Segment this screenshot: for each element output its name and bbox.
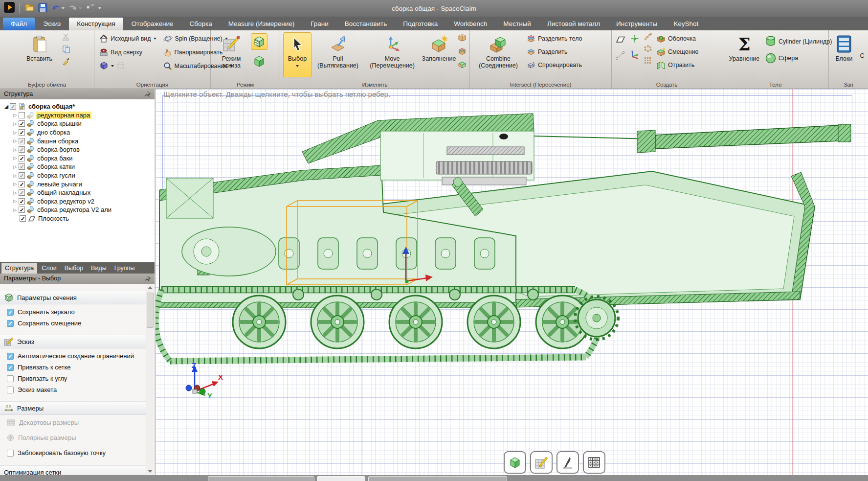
modify-tool-icon[interactable] <box>85 3 95 14</box>
checkbox[interactable]: ✓ <box>7 364 14 371</box>
panel-tab-views[interactable]: Виды <box>88 263 110 274</box>
option-snap-grid[interactable]: ✓ Привязать к сетке <box>0 362 146 373</box>
option-lock-base-point[interactable]: ✓ Заблокировать базовую точку <box>0 447 146 458</box>
top-view-button[interactable]: Вид сверху <box>99 46 156 59</box>
checkbox[interactable]: ✓ <box>7 450 14 457</box>
tree-item[interactable]: ▷ ✓ сборка редуктора V2 али <box>0 206 155 214</box>
blocks-button[interactable]: Блоки <box>833 32 855 74</box>
tree-item[interactable]: ▷ ✓ редукторная пара <box>0 111 155 120</box>
line-tool-icon[interactable] <box>616 51 625 62</box>
tab-measure[interactable]: Measure (Измерение) <box>221 18 302 30</box>
visibility-checkbox[interactable]: ✓ <box>19 155 25 161</box>
visibility-checkbox[interactable]: ✓ <box>10 103 16 110</box>
select-dropdown-icon[interactable] <box>296 65 299 67</box>
visibility-checkbox[interactable]: ✓ <box>19 189 25 196</box>
sphere-button[interactable]: Сфера <box>765 52 832 65</box>
tree-item-label[interactable]: дно сборка <box>36 129 71 136</box>
checkbox[interactable]: ✓ <box>7 320 14 327</box>
option-snap-angle[interactable]: ✓ Привязать к углу <box>0 373 146 384</box>
plane-tool-icon[interactable] <box>616 35 625 46</box>
tree-item-label[interactable]: сборка общая* <box>27 103 76 110</box>
document-tab[interactable] <box>208 476 314 481</box>
expander-icon[interactable]: ▷ <box>12 199 19 204</box>
select-button[interactable]: Выбор <box>283 32 312 77</box>
tab-detail[interactable]: Местный <box>495 18 539 30</box>
model-viewport[interactable]: Щелкните объект. Дважды щелкните, чтобы … <box>156 89 868 476</box>
tab-sketch[interactable]: Эскиз <box>35 18 68 30</box>
tree-item-label[interactable]: Плоскость <box>37 215 70 222</box>
pattern-linear-icon[interactable] <box>644 33 652 42</box>
visibility-checkbox[interactable]: ✓ <box>19 146 25 153</box>
move-button[interactable]: Move (Перемещение) <box>364 32 420 74</box>
tree-item[interactable]: ▷ ✓ сборка бортов <box>0 145 155 154</box>
tab-file[interactable]: Файл <box>3 18 35 30</box>
visibility-checkbox[interactable]: ✓ <box>19 172 25 179</box>
option-keep-mirror[interactable]: ✓ Сохранить зеркало <box>0 306 146 318</box>
expander-icon[interactable]: ▷ <box>12 207 19 212</box>
checkbox[interactable]: ✓ <box>7 353 14 360</box>
paste-button[interactable]: Вставить <box>23 32 55 74</box>
stack-bodies-icon[interactable] <box>458 47 467 57</box>
expander-icon[interactable]: ▷ <box>12 138 19 143</box>
mirror-button[interactable]: Отразить <box>656 59 699 71</box>
tree-item[interactable]: ✓ Плоскость <box>0 214 155 223</box>
copy-icon[interactable] <box>62 46 70 55</box>
tab-keyshot[interactable]: KeyShot <box>666 18 706 30</box>
scrollbar-thumb[interactable] <box>147 293 154 328</box>
tab-sheet-metal[interactable]: Листовой металл <box>539 18 608 30</box>
tree-item[interactable]: ▷ ✓ башня сборка <box>0 137 155 145</box>
pull-button[interactable]: Pull (Вытягивание) <box>313 32 362 74</box>
tab-prepare[interactable]: Подготовка <box>395 18 445 30</box>
visibility-checkbox[interactable]: ✓ <box>19 206 25 213</box>
tree-item[interactable]: ▷ ✓ дно сборка <box>0 128 155 137</box>
tab-tools[interactable]: Инструменты <box>608 18 665 30</box>
pattern-circular-icon[interactable] <box>644 45 652 54</box>
point-tool-icon[interactable] <box>630 34 640 45</box>
expander-icon[interactable]: ▷ <box>12 147 19 152</box>
tree-item-label[interactable]: сборка редуктор v2 <box>36 198 96 205</box>
cube-dropdown-icon[interactable] <box>111 65 114 67</box>
snapshot-icon[interactable] <box>116 62 125 71</box>
expander-icon[interactable]: ▷ <box>12 113 19 117</box>
checkbox[interactable]: ✓ <box>7 387 14 393</box>
tab-workbench[interactable]: Workbench <box>446 18 495 30</box>
shell-button[interactable]: Оболочка <box>656 32 699 45</box>
document-tab[interactable] <box>368 476 507 481</box>
solid-view-button[interactable] <box>504 451 526 474</box>
scroll-down-icon[interactable] <box>148 470 153 473</box>
panel-tab-structure[interactable]: Структура <box>1 263 37 274</box>
cut-icon[interactable] <box>62 33 70 43</box>
project-button[interactable]: Спроецировать <box>527 59 582 71</box>
spaceclaim-logo-button[interactable] <box>4 2 15 15</box>
tree-item[interactable]: ▷ ✓ сборка крышки <box>0 119 155 128</box>
tree-item[interactable]: ▷ ✓ сборка редуктор v2 <box>0 197 155 206</box>
cylinder-button[interactable]: Cylinder (Цилиндр) <box>765 35 832 48</box>
option-auto-constraints[interactable]: ✓ Автоматическое создание ограничений <box>0 350 146 362</box>
tree-item[interactable]: ▷ ✓ сборка гусли <box>0 171 155 180</box>
expander-icon[interactable]: ▷ <box>12 121 19 126</box>
expander-icon[interactable]: ▷ <box>12 164 19 169</box>
tab-assembly[interactable]: Сборка <box>182 18 220 30</box>
tree-item-root[interactable]: ◢ ✓ сборка общая* <box>0 102 155 111</box>
truncated-button[interactable]: С <box>859 32 865 74</box>
checkbox[interactable]: ✓ <box>7 309 14 316</box>
option-keep-offset[interactable]: ✓ Сохранить смещение <box>0 318 146 329</box>
option-layout-sketch[interactable]: ✓ Эскиз макета <box>0 384 146 395</box>
wrap-body-icon[interactable] <box>458 61 467 70</box>
visibility-checkbox[interactable]: ✓ <box>19 181 25 187</box>
sketch-mode-button[interactable]: Режим эскиза <box>216 32 247 74</box>
tree-item-label[interactable]: сборка гусли <box>36 172 77 179</box>
tree-item-label[interactable]: сборка катки <box>36 163 76 170</box>
equation-button[interactable]: Σ Уравнение <box>728 32 760 74</box>
visibility-checkbox[interactable]: ✓ <box>19 120 25 127</box>
tree-item-label[interactable]: левыйе рычаги <box>36 181 84 188</box>
tank-model[interactable] <box>156 89 868 476</box>
replace-face-icon[interactable] <box>458 34 467 44</box>
mesh-view-button[interactable] <box>583 451 605 474</box>
tree-item-label[interactable]: сборка бортов <box>36 146 81 153</box>
pin-icon[interactable] <box>145 91 151 98</box>
annotation-view-button[interactable] <box>556 451 579 474</box>
tree-item-label[interactable]: сборка баки <box>36 155 74 162</box>
checkbox[interactable]: ✓ <box>7 375 14 382</box>
panel-tab-layers[interactable]: Слои <box>38 263 60 274</box>
